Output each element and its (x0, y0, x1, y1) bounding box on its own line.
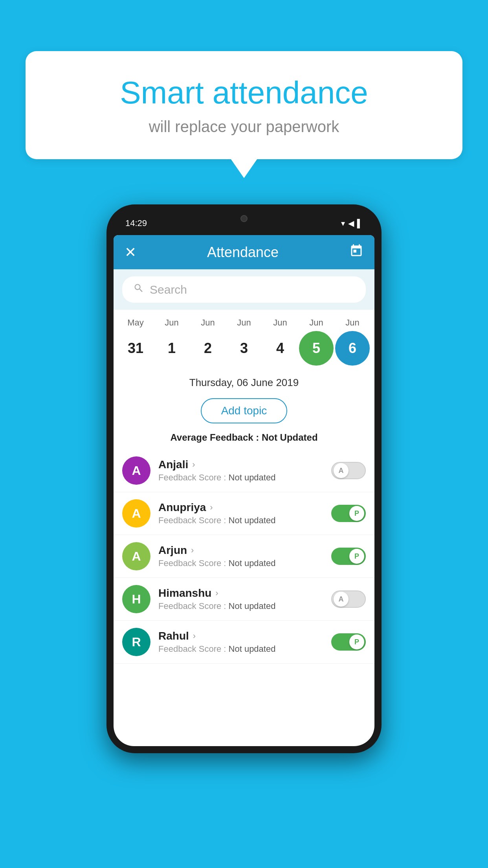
student-name: Anjali (158, 458, 188, 471)
screen-title: Attendance (207, 244, 279, 261)
phone-outer: 14:29 ▾ ◀ ▌ ✕ Attendance (106, 204, 382, 753)
student-info: Rahul › Feedback Score : Not updated (150, 630, 331, 654)
toggle-knob: A (334, 592, 349, 607)
cal-month-4: Jun (263, 318, 297, 328)
cal-day-2[interactable]: 2 (191, 331, 225, 366)
student-name-row: Anjali › (158, 458, 331, 471)
cal-month-3: Jun (227, 318, 261, 328)
toggle-knob: P (349, 549, 364, 564)
toggle-off[interactable]: A (331, 462, 366, 479)
toggle-off[interactable]: A (331, 590, 366, 608)
list-item[interactable]: R Rahul › Feedback Score : Not updated P (114, 621, 374, 664)
list-item[interactable]: A Anjali › Feedback Score : Not updated … (114, 449, 374, 492)
wifi-icon: ▾ (341, 219, 345, 228)
cal-day-31[interactable]: 31 (118, 331, 153, 366)
cal-day-4[interactable]: 4 (263, 331, 297, 366)
phone-wrapper: 14:29 ▾ ◀ ▌ ✕ Attendance (106, 204, 382, 753)
calendar-months-row: May Jun Jun Jun Jun Jun Jun (117, 318, 371, 328)
attendance-toggle[interactable]: A (331, 462, 366, 479)
list-item[interactable]: A Arjun › Feedback Score : Not updated P (114, 535, 374, 578)
student-name: Rahul (158, 630, 189, 642)
cal-day-6[interactable]: 6 (335, 331, 370, 366)
student-list: A Anjali › Feedback Score : Not updated … (114, 449, 374, 664)
search-icon (133, 283, 144, 296)
feedback-score: Feedback Score : Not updated (158, 473, 331, 483)
avatar: A (122, 456, 150, 485)
chevron-right-icon: › (210, 502, 213, 513)
add-topic-container: Add topic (114, 393, 374, 429)
avatar: A (122, 542, 150, 570)
avatar: H (122, 585, 150, 613)
average-feedback: Average Feedback : Not Updated (114, 429, 374, 449)
cal-day-5[interactable]: 5 (299, 331, 334, 366)
toggle-knob: A (334, 463, 349, 478)
search-bar[interactable]: Search (122, 276, 366, 303)
student-info: Anjali › Feedback Score : Not updated (150, 458, 331, 483)
list-item[interactable]: A Anupriya › Feedback Score : Not update… (114, 492, 374, 535)
attendance-toggle[interactable]: A (331, 590, 366, 608)
cal-day-1[interactable]: 1 (154, 331, 189, 366)
student-name-row: Arjun › (158, 544, 331, 557)
speech-bubble: Smart attendance will replace your paper… (26, 51, 462, 159)
add-topic-button[interactable]: Add topic (201, 398, 288, 423)
avatar: R (122, 628, 150, 656)
feedback-value: Not Updated (262, 432, 318, 443)
toggle-on[interactable]: P (331, 548, 366, 565)
feedback-label: Average Feedback : (170, 432, 262, 443)
student-info: Arjun › Feedback Score : Not updated (150, 544, 331, 568)
feedback-score: Feedback Score : Not updated (158, 558, 331, 568)
status-icons: ▾ ◀ ▌ (341, 219, 363, 228)
toggle-knob: P (349, 506, 364, 521)
feedback-score: Feedback Score : Not updated (158, 644, 331, 654)
feedback-score: Feedback Score : Not updated (158, 515, 331, 526)
phone-screen: ✕ Attendance Search (114, 235, 374, 746)
student-name: Himanshu (158, 587, 211, 600)
feedback-score: Feedback Score : Not updated (158, 601, 331, 611)
student-name-row: Anupriya › (158, 501, 331, 514)
student-name: Arjun (158, 544, 187, 557)
student-info: Anupriya › Feedback Score : Not updated (150, 501, 331, 526)
cal-month-5: Jun (299, 318, 334, 328)
avatar: A (122, 499, 150, 528)
toggle-on[interactable]: P (331, 505, 366, 522)
app-header: ✕ Attendance (114, 235, 374, 269)
bubble-subtitle: will replace your paperwork (57, 118, 431, 136)
selected-date: Thursday, 06 June 2019 (114, 370, 374, 393)
calendar-icon[interactable] (349, 244, 363, 261)
toggle-on[interactable]: P (331, 633, 366, 651)
status-time: 14:29 (125, 218, 147, 228)
status-bar: 14:29 ▾ ◀ ▌ (114, 211, 374, 235)
search-bar-container: Search (114, 269, 374, 310)
calendar-days-row: 31 1 2 3 4 5 6 (117, 331, 371, 366)
attendance-toggle[interactable]: P (331, 548, 366, 565)
toggle-knob: P (349, 634, 364, 649)
close-button[interactable]: ✕ (125, 244, 136, 261)
search-placeholder: Search (150, 283, 187, 296)
signal-icon: ◀ (348, 219, 354, 228)
cal-day-3[interactable]: 3 (227, 331, 261, 366)
attendance-toggle[interactable]: P (331, 633, 366, 651)
battery-icon: ▌ (357, 219, 363, 228)
chevron-right-icon: › (215, 588, 218, 598)
student-name: Anupriya (158, 501, 206, 514)
cal-month-6: Jun (335, 318, 370, 328)
calendar-strip: May Jun Jun Jun Jun Jun Jun 31 1 2 3 4 5… (114, 310, 374, 370)
chevron-right-icon: › (193, 631, 196, 641)
camera-dot (240, 215, 248, 222)
notch (222, 211, 266, 226)
cal-month-1: Jun (154, 318, 189, 328)
attendance-toggle[interactable]: P (331, 505, 366, 522)
cal-month-2: Jun (191, 318, 225, 328)
chevron-right-icon: › (191, 545, 194, 555)
student-name-row: Himanshu › (158, 587, 331, 600)
chevron-right-icon: › (192, 460, 195, 470)
list-item[interactable]: H Himanshu › Feedback Score : Not update… (114, 578, 374, 621)
cal-month-0: May (118, 318, 153, 328)
bubble-title: Smart attendance (57, 75, 431, 111)
student-info: Himanshu › Feedback Score : Not updated (150, 587, 331, 611)
speech-bubble-container: Smart attendance will replace your paper… (26, 51, 462, 159)
student-name-row: Rahul › (158, 630, 331, 642)
